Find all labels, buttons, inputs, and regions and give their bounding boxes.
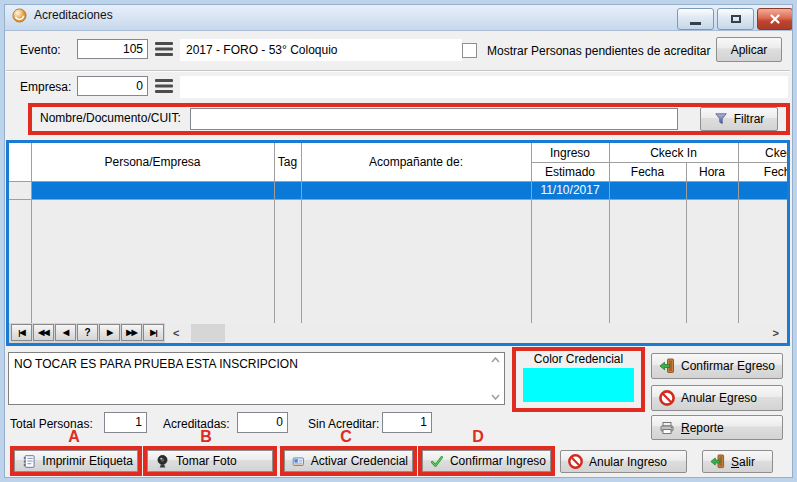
annotation-letter-c: C [336,428,356,446]
label-printer-icon [22,454,36,469]
salir-button[interactable]: Salir [702,450,773,473]
nav-prior-button[interactable]: ◀ [55,324,76,341]
no-sign-icon [568,454,583,469]
annotation-letter-d: D [468,428,488,446]
nav-next-page-button[interactable]: ▶▶ [121,324,142,341]
column-header-checkin-hora: Hora [686,162,738,181]
scroll-up-icon[interactable] [491,357,500,363]
anular-egreso-button[interactable]: Anular Egreso [651,385,783,411]
check-icon [430,454,444,469]
notes-text: NO TOCAR ES PARA PRUEBA ESTA INSCRIPCION [14,357,484,371]
close-icon [769,13,781,25]
filtrar-button[interactable]: Filtrar [700,107,778,131]
reporte-button[interactable]: Reporte [651,415,783,440]
search-input[interactable] [190,108,678,130]
app-icon [12,8,27,23]
tomar-foto-button[interactable]: Tomar Foto [147,450,273,472]
grid-line [301,143,302,323]
aplicar-button[interactable]: Aplicar [716,37,782,62]
activar-credencial-button[interactable]: Activar Credencial [284,450,413,472]
webcam-icon [155,454,170,469]
column-header-checkout-fecha: Fecha [738,162,790,181]
no-sign-icon [659,390,675,406]
nav-first-button[interactable]: |◀ [11,324,32,341]
column-header-acompanante: Acompañante de: [301,143,531,181]
nav-help-button[interactable]: ? [77,324,98,341]
grid-hscrollbar[interactable]: < > [165,323,787,343]
scroll-down-icon[interactable] [491,394,500,400]
door-exit-icon [710,454,725,469]
minimize-button[interactable] [677,8,714,30]
window-title: Acreditaciones [34,8,113,22]
empresa-name-field [180,76,788,98]
annotation-box-b: Tomar Foto [143,446,277,476]
minimize-icon [690,22,701,25]
grid-line [738,143,739,323]
column-header-checkin-fecha: Fecha [609,162,686,181]
titlebar: Acreditaciones [0,0,797,31]
column-header-tag: Tag [274,143,301,181]
column-header-ingreso: Ingreso [531,143,609,162]
column-group-checkout: Ckeck Out [738,143,790,162]
door-exit-icon [659,358,675,374]
nav-next-button[interactable]: ▶ [99,324,120,341]
scroll-left-icon[interactable]: < [173,326,179,340]
grid-line [531,143,532,323]
credencial-annotation-box: Color Credencial [512,347,645,412]
filter-icon [714,112,728,126]
menu-icon [155,79,173,93]
credencial-color-swatch [523,368,634,402]
maximize-button[interactable] [717,8,754,30]
empresa-id-input[interactable] [77,76,148,96]
nav-prior-page-button[interactable]: ◀◀ [33,324,54,341]
evento-lookup-button[interactable] [155,42,173,56]
results-grid[interactable]: Persona/Empresa Tag Acompañante de: Ingr… [6,140,790,346]
annotation-box-d: Confirmar Ingreso [418,446,555,476]
grid-line [9,181,787,182]
id-card-icon [292,454,305,469]
imprimir-etiqueta-button[interactable]: Imprimir Etiqueta [14,450,138,472]
total-personas-value: 1 [104,412,147,433]
grid-line [686,162,687,323]
column-header-estimado: Estimado [531,162,609,181]
credencial-label: Color Credencial [516,352,641,366]
grid-line [9,199,787,200]
annotation-box-c: Activar Credencial [280,446,417,476]
maximize-icon [731,15,741,23]
sin-acreditar-value: 1 [382,412,432,433]
grid-line [609,143,610,323]
evento-label: Evento: [20,43,61,57]
grid-line [531,162,787,163]
selected-row-ingreso-estimado: 11/10/2017 [531,181,609,199]
nav-last-button[interactable]: ▶| [143,324,164,341]
empresa-lookup-button[interactable] [155,79,173,93]
search-label: Nombre/Documento/CUIT: [40,111,181,125]
confirmar-egreso-button[interactable]: Confirmar Egreso [651,353,783,379]
evento-id-input[interactable] [77,39,148,59]
column-header-persona: Persona/Empresa [31,143,274,181]
column-group-checkin: Ckeck In [609,143,738,162]
separator-line [6,70,790,72]
menu-icon [155,42,173,56]
annotation-box-a: Imprimir Etiqueta [10,446,142,476]
notes-memo[interactable]: NO TOCAR ES PARA PRUEBA ESTA INSCRIPCION [8,352,505,405]
hscrollbar-thumb[interactable] [191,324,225,342]
grid-line [274,143,275,323]
annotation-letter-a: A [64,428,84,446]
close-button[interactable] [757,8,793,30]
evento-name-field: 2017 - FORO - 53° Coloquio [180,39,462,61]
scroll-right-icon[interactable]: > [773,326,779,340]
annotation-letter-b: B [196,428,216,446]
selected-row[interactable] [31,181,787,199]
pending-checkbox[interactable] [462,43,477,58]
grid-line [31,143,32,323]
acreditadas-value: 0 [237,412,288,433]
printer-icon [659,420,675,436]
pending-checkbox-label: Mostrar Personas pendientes de acreditar [487,44,710,58]
confirmar-ingreso-button[interactable]: Confirmar Ingreso [422,450,551,472]
anular-ingreso-button[interactable]: Anular Ingreso [560,450,687,473]
empresa-label: Empresa: [20,80,71,94]
